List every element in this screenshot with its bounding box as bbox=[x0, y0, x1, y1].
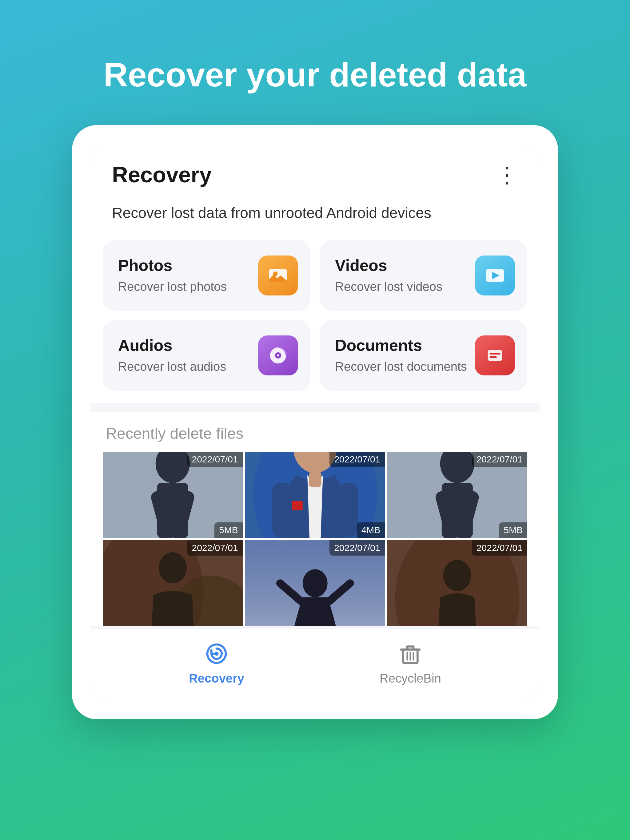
documents-desc: Recover lost documents bbox=[335, 358, 467, 375]
videos-icon bbox=[475, 256, 515, 295]
svg-rect-24 bbox=[290, 501, 302, 510]
svg-point-53 bbox=[443, 560, 471, 591]
recovery-item-videos[interactable]: Videos Recover lost videos bbox=[320, 240, 527, 311]
svg-rect-8 bbox=[490, 353, 500, 355]
photo-size-3: 5MB bbox=[499, 523, 527, 538]
nav-item-recovery[interactable]: Recovery bbox=[189, 641, 244, 685]
dots-menu-button[interactable]: ⋮ bbox=[496, 164, 518, 186]
recovery-item-audios[interactable]: Audios Recover lost audios bbox=[103, 320, 310, 391]
documents-icon bbox=[475, 335, 515, 376]
photo-size-1: 5MB bbox=[214, 523, 243, 538]
recovery-nav-label: Recovery bbox=[189, 671, 244, 685]
recently-deleted-section: Recently delete files bbox=[90, 412, 540, 626]
photo-cell-4[interactable]: 2022/07/01 bbox=[103, 540, 243, 626]
photo-cell-1[interactable]: 2022/07/01 5MB bbox=[103, 452, 243, 538]
audios-desc: Recover lost audios bbox=[118, 358, 226, 375]
main-title: Recover your deleted data bbox=[79, 55, 551, 95]
photo-size-2: 4MB bbox=[357, 523, 385, 538]
bottom-nav: Recovery RecycleBin bbox=[90, 629, 540, 701]
app-screen: Recovery ⋮ Recover lost data from unroot… bbox=[90, 144, 540, 701]
videos-title: Videos bbox=[335, 256, 442, 275]
photos-title: Photos bbox=[118, 256, 227, 275]
svg-rect-9 bbox=[490, 356, 497, 358]
photo-date-2: 2022/07/01 bbox=[329, 452, 385, 467]
recently-deleted-title: Recently delete files bbox=[103, 425, 527, 442]
svg-point-6 bbox=[277, 354, 279, 356]
audios-icon bbox=[258, 335, 298, 376]
recycle-nav-icon bbox=[398, 641, 423, 667]
svg-rect-26 bbox=[339, 483, 358, 537]
photo-date-6: 2022/07/01 bbox=[472, 540, 527, 556]
phone-card: Recovery ⋮ Recover lost data from unroot… bbox=[72, 125, 558, 719]
photo-grid: 2022/07/01 5MB bbox=[103, 452, 527, 626]
svg-point-47 bbox=[303, 569, 328, 597]
recovery-item-documents-text: Documents Recover lost documents bbox=[335, 336, 467, 375]
photo-date-3: 2022/07/01 bbox=[472, 452, 527, 467]
app-subtitle: Recover lost data from unrooted Android … bbox=[90, 203, 540, 240]
documents-title: Documents bbox=[335, 336, 467, 355]
photo-date-1: 2022/07/01 bbox=[187, 452, 243, 467]
photo-cell-2[interactable]: 2022/07/01 4MB bbox=[245, 452, 385, 538]
photo-cell-3[interactable]: 2022/07/01 5MB bbox=[387, 452, 527, 538]
videos-desc: Recover lost videos bbox=[335, 278, 442, 295]
recovery-item-documents[interactable]: Documents Recover lost documents bbox=[320, 320, 527, 391]
photo-date-4: 2022/07/01 bbox=[187, 540, 243, 556]
svg-rect-27 bbox=[309, 471, 321, 487]
recovery-nav-icon bbox=[204, 641, 229, 667]
photo-date-5: 2022/07/01 bbox=[329, 540, 385, 556]
app-header: Recovery ⋮ bbox=[90, 144, 540, 203]
recovery-options-grid: Photos Recover lost photos Videos Recove… bbox=[90, 240, 540, 403]
recycle-nav-label: RecycleBin bbox=[380, 671, 441, 685]
recovery-item-photos-text: Photos Recover lost photos bbox=[118, 256, 227, 295]
recovery-item-audios-text: Audios Recover lost audios bbox=[118, 336, 226, 375]
nav-item-recycle[interactable]: RecycleBin bbox=[380, 641, 441, 685]
svg-rect-25 bbox=[272, 483, 291, 537]
photo-cell-5[interactable]: 2022/07/01 bbox=[245, 540, 385, 626]
svg-point-42 bbox=[159, 552, 187, 583]
recovery-item-photos[interactable]: Photos Recover lost photos bbox=[103, 240, 310, 311]
photos-desc: Recover lost photos bbox=[118, 278, 227, 295]
photo-cell-6[interactable]: 2022/07/01 bbox=[387, 540, 527, 626]
svg-point-55 bbox=[214, 652, 218, 655]
recovery-item-videos-text: Videos Recover lost videos bbox=[335, 256, 442, 295]
app-title: Recovery bbox=[112, 162, 212, 187]
photos-icon bbox=[258, 256, 298, 295]
audios-title: Audios bbox=[118, 336, 226, 355]
svg-rect-7 bbox=[488, 350, 502, 361]
